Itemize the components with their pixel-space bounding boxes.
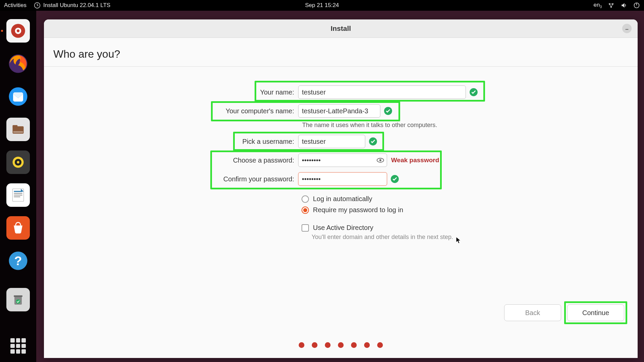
- power-icon[interactable]: [633, 2, 640, 9]
- login-auto-radio[interactable]: [302, 195, 309, 203]
- check-icon: [390, 175, 399, 183]
- dock-files-icon[interactable]: [6, 118, 30, 141]
- login-password-radio[interactable]: [302, 206, 309, 214]
- topbar-active-app[interactable]: Install Ubuntu 22.04.1 LTS: [34, 2, 110, 9]
- svg-point-32: [379, 159, 381, 161]
- reveal-password-icon[interactable]: [376, 156, 384, 164]
- check-icon: [469, 88, 478, 97]
- progress-dot: [338, 342, 344, 348]
- back-button[interactable]: Back: [504, 304, 561, 321]
- active-directory-label: Use Active Directory: [313, 224, 373, 232]
- active-directory-checkbox[interactable]: [302, 224, 309, 232]
- hostname-label: Your computer's name:: [167, 107, 298, 115]
- login-password-label: Require my password to log in: [313, 206, 403, 214]
- installer-small-icon: [34, 2, 41, 9]
- hostname-input[interactable]: [298, 104, 380, 118]
- page-title: Who are you?: [53, 48, 628, 60]
- dock-help-icon[interactable]: ?: [6, 249, 30, 273]
- login-auto-label: Log in automatically: [313, 195, 372, 203]
- svg-rect-20: [14, 195, 22, 195]
- dock-libreoffice-writer-icon[interactable]: [6, 183, 30, 207]
- footer-buttons: Back Continue: [504, 304, 624, 321]
- active-directory-hint: You'll enter domain and other details in…: [312, 234, 628, 241]
- password-label: Choose a password:: [167, 157, 298, 164]
- svg-rect-21: [14, 196, 20, 197]
- check-icon: [369, 137, 377, 146]
- svg-rect-12: [13, 125, 18, 127]
- confirm-password-input[interactable]: [298, 172, 387, 186]
- password-input[interactable]: [298, 154, 387, 167]
- dock-software-icon[interactable]: [6, 216, 30, 240]
- activities-button[interactable]: Activities: [4, 2, 26, 9]
- dock-installer-icon[interactable]: [6, 19, 30, 43]
- keyboard-layout-indicator[interactable]: en3: [594, 2, 602, 9]
- dock-rhythmbox-icon[interactable]: [6, 150, 30, 174]
- dock-trash-icon[interactable]: [6, 288, 30, 311]
- svg-rect-25: [14, 295, 22, 297]
- svg-point-16: [17, 161, 19, 163]
- dock: ?: [0, 11, 36, 362]
- volume-icon[interactable]: [621, 2, 627, 9]
- progress-dots: [299, 342, 383, 348]
- password-strength: Weak password: [391, 157, 439, 164]
- minimize-button[interactable]: [622, 24, 632, 33]
- dock-firefox-icon[interactable]: [6, 52, 30, 75]
- progress-dot: [377, 342, 383, 348]
- check-icon: [384, 107, 392, 115]
- progress-dot: [312, 342, 318, 348]
- name-label: Your name:: [167, 88, 298, 96]
- svg-point-8: [17, 29, 19, 32]
- divider: [44, 66, 638, 67]
- progress-dot: [325, 342, 331, 348]
- progress-dot: [351, 342, 357, 348]
- gnome-topbar: Activities Install Ubuntu 22.04.1 LTS Se…: [0, 0, 644, 11]
- dock-thunderbird-icon[interactable]: [6, 85, 30, 108]
- svg-text:?: ?: [14, 254, 22, 268]
- svg-rect-13: [13, 131, 23, 133]
- continue-button[interactable]: Continue: [567, 304, 624, 321]
- username-input[interactable]: [298, 135, 365, 148]
- install-window: Install Who are you? Your name:: [44, 19, 638, 358]
- topbar-app-name: Install Ubuntu 22.04.1 LTS: [43, 2, 110, 9]
- show-applications-button[interactable]: [10, 338, 26, 354]
- window-title: Install: [331, 24, 351, 33]
- username-label: Pick a username:: [167, 138, 298, 145]
- name-input[interactable]: [298, 85, 466, 99]
- progress-dot: [299, 342, 305, 348]
- window-titlebar: Install: [44, 19, 638, 38]
- confirm-password-label: Confirm your password:: [167, 175, 298, 183]
- network-icon[interactable]: [608, 2, 614, 9]
- svg-rect-19: [14, 193, 22, 194]
- hostname-hint: The name it uses when it talks to other …: [302, 122, 628, 129]
- progress-dot: [364, 342, 370, 348]
- topbar-clock[interactable]: Sep 21 15:24: [305, 2, 339, 9]
- svg-point-26: [16, 299, 20, 304]
